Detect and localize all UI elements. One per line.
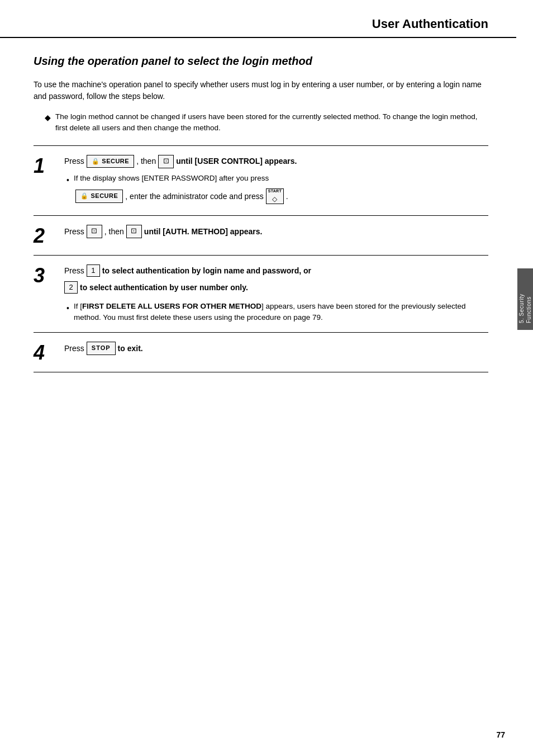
page-wrapper: 5. Security Functions User Authenticatio… — [0, 0, 533, 756]
step-1-content: Press 🔒 SECURE , then ⊡ until [USER CONT… — [64, 155, 488, 206]
step-4-press-label: Press — [64, 342, 84, 355]
nav-icon-step1[interactable]: ⊡ — [158, 155, 174, 168]
note-box: ◆ The login method cannot be changed if … — [45, 111, 488, 134]
lock-icon-step1-sub: 🔒 — [80, 191, 89, 201]
step-2-number: 2 — [34, 225, 64, 246]
step-1-sub-end: . — [286, 190, 288, 202]
step-2-main-line: Press ⊡ , then ⊡ until [AUTH. METHOD] ap… — [64, 225, 488, 238]
steps-container: 1 Press 🔒 SECURE , then ⊡ until [USER CO… — [34, 145, 488, 373]
bullet-dot-step1: • — [66, 174, 69, 186]
start-sym-icon: ◇ — [272, 194, 277, 205]
step-1-sub-text: If the display shows [ENTER PASSWORD] af… — [74, 173, 269, 184]
step-3-line2: 2 to select authentication by user numbe… — [64, 281, 488, 294]
step-2-press-label: Press — [64, 225, 84, 238]
step-2-content: Press ⊡ , then ⊡ until [AUTH. METHOD] ap… — [64, 225, 488, 243]
nav-icon-step2b[interactable]: ⊡ — [126, 225, 142, 238]
step-1-sub-bullet: • If the display shows [ENTER PASSWORD] … — [66, 173, 488, 186]
step-1-press-label: Press — [64, 155, 84, 167]
step-4-main-line: Press STOP to exit. — [64, 342, 488, 355]
step-4-suffix: to exit. — [118, 342, 143, 355]
step-3-main-line: Press 1 to select authentication by logi… — [64, 264, 488, 277]
step-1-suffix: until [USER CONTROL] appears. — [176, 155, 297, 167]
sidebar-label: 5. Security Functions — [518, 275, 532, 323]
step-3-content: Press 1 to select authentication by logi… — [64, 264, 488, 323]
step-1-sub-inline: 🔒 SECURE , enter the administrator code … — [75, 188, 488, 204]
note-item: ◆ The login method cannot be changed if … — [45, 111, 488, 134]
step-3-bold-text: FIRST DELETE ALL USERS FOR OTHER METHOD — [82, 302, 261, 310]
num-label-1: 1 — [91, 265, 95, 277]
nav-icon-inner-step2b: ⊡ — [131, 225, 137, 237]
stop-label: STOP — [92, 343, 111, 353]
step-1-sub-note2: , enter the administrator code and press — [125, 190, 263, 202]
step-3-sub-text: If [FIRST DELETE ALL USERS FOR OTHER MET… — [74, 301, 488, 324]
step-3-number: 3 — [34, 264, 64, 286]
step-2-suffix: until [AUTH. METHOD] appears. — [144, 225, 263, 238]
main-content: Using the operation panel to select the … — [0, 38, 516, 384]
secure-button-step1[interactable]: 🔒 SECURE — [87, 155, 134, 168]
num-btn-1-step3[interactable]: 1 — [87, 264, 100, 277]
page-header: User Authentication — [0, 0, 516, 38]
secure-button-step1-sub[interactable]: 🔒 SECURE — [75, 190, 123, 203]
step-3: 3 Press 1 to select authentication by lo… — [34, 256, 488, 333]
start-label-icon: START — [268, 188, 282, 194]
page-number: 77 — [496, 730, 505, 739]
step-2-then: , then — [104, 225, 124, 238]
page-title: User Authentication — [34, 17, 488, 31]
num-label-2: 2 — [69, 282, 73, 294]
nav-icon-inner-step2a: ⊡ — [91, 225, 97, 237]
note-text: The login method cannot be changed if us… — [55, 111, 488, 134]
start-button-step1[interactable]: START ◇ — [266, 188, 284, 204]
secure-label-step1: SECURE — [102, 157, 129, 167]
step-4: 4 Press STOP to exit. — [34, 333, 488, 372]
step-3-sub-bullet: • If [FIRST DELETE ALL USERS FOR OTHER M… — [66, 301, 488, 324]
bullet-dot-step3: • — [66, 302, 69, 314]
num-btn-2-step3[interactable]: 2 — [64, 281, 78, 294]
stop-button-step4[interactable]: STOP — [87, 342, 116, 355]
nav-icon-step2a[interactable]: ⊡ — [87, 225, 102, 238]
section-title: Using the operation panel to select the … — [34, 55, 488, 68]
step-1-number: 1 — [34, 155, 64, 176]
step-4-number: 4 — [34, 342, 64, 363]
step-1: 1 Press 🔒 SECURE , then ⊡ until [USER CO… — [34, 146, 488, 216]
secure-label-step1-sub: SECURE — [91, 191, 118, 201]
intro-text: To use the machine's operation panel to … — [34, 79, 488, 102]
step-4-content: Press STOP to exit. — [64, 342, 488, 360]
sidebar-tab: 5. Security Functions — [517, 268, 533, 330]
step-1-main-line: Press 🔒 SECURE , then ⊡ until [USER CONT… — [64, 155, 488, 168]
step-1-then: , then — [136, 155, 156, 167]
step-3-suffix2: to select authentication by user number … — [80, 281, 248, 294]
step-3-suffix1: to select authentication by login name a… — [102, 264, 311, 277]
nav-icon-inner-step1: ⊡ — [163, 155, 169, 167]
step-2: 2 Press ⊡ , then ⊡ until [AUTH. METHOD] … — [34, 216, 488, 256]
diamond-bullet-icon: ◆ — [45, 112, 51, 124]
lock-icon-step1: 🔒 — [92, 157, 100, 167]
step-3-press-label: Press — [64, 264, 84, 277]
